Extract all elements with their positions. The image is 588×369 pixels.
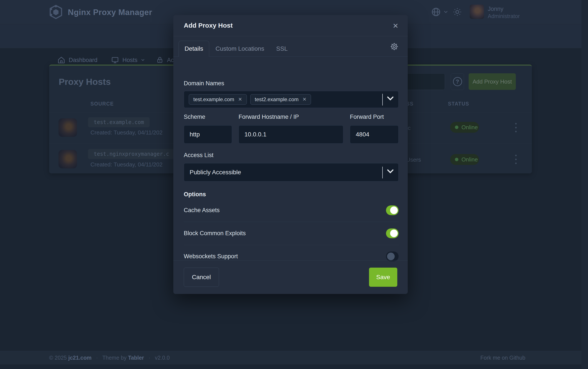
lock-icon xyxy=(156,56,164,64)
status-badge: Online xyxy=(450,154,479,165)
domain-names-input[interactable]: test.example.com ✕ test2.example.com ✕ xyxy=(184,91,399,108)
user-name: Jonny xyxy=(488,6,503,12)
forward-hostname-input[interactable]: 10.0.0.1 xyxy=(239,125,343,144)
row-menu-button[interactable] xyxy=(514,123,518,132)
user-avatar[interactable] xyxy=(470,5,484,19)
access-list-label: Access List xyxy=(184,152,214,159)
scheme-label: Scheme xyxy=(184,113,205,120)
cancel-button[interactable]: Cancel xyxy=(184,268,219,287)
domain-tag: test.example.com ✕ xyxy=(189,94,247,105)
add-proxy-host-button[interactable]: Add Proxy Host xyxy=(468,73,516,90)
footer-link-jc21[interactable]: jc21.com xyxy=(68,355,91,361)
scheme-input[interactable]: http xyxy=(184,125,232,144)
monitor-icon xyxy=(111,56,119,64)
divider xyxy=(382,94,383,105)
created-label: Created: Tuesday, 04/11/202 xyxy=(90,129,163,136)
tab-details[interactable]: Details xyxy=(179,41,209,57)
websockets-support-toggle[interactable] xyxy=(386,252,399,261)
source-badge: test.example.com xyxy=(88,117,149,127)
remove-tag-icon[interactable]: ✕ xyxy=(238,97,242,102)
language-menu[interactable] xyxy=(431,7,448,17)
cache-assets-toggle[interactable] xyxy=(386,205,399,215)
app-title: Nginx Proxy Manager xyxy=(68,8,152,17)
forward-port-label: Forward Port xyxy=(350,113,384,120)
footer-version: v2.0.0 xyxy=(155,355,169,361)
page-title: Proxy Hosts xyxy=(59,77,111,87)
access-list-cell: c xyxy=(408,125,410,131)
scrollbar[interactable] xyxy=(581,0,588,369)
domain-tag: test2.example.com ✕ xyxy=(250,94,311,105)
sun-icon xyxy=(453,7,462,17)
globe-icon xyxy=(431,7,441,17)
owner-avatar xyxy=(59,118,77,137)
chevron-down-icon xyxy=(387,169,394,174)
nav-item-access-lists[interactable]: Ac xyxy=(156,55,174,65)
status-dot-icon xyxy=(455,125,458,129)
option-row-cache-assets: Cache Assets xyxy=(184,199,399,222)
nav-item-hosts[interactable]: Hosts xyxy=(111,55,145,65)
app-root: Nginx Proxy Manager Jonny Administrator xyxy=(0,0,588,369)
save-button[interactable]: Save xyxy=(369,268,397,287)
option-row-block-exploits: Block Common Exploits xyxy=(184,222,399,245)
source-badge: test.nginxproxymanager.c xyxy=(88,149,175,159)
created-label: Created: Tuesday, 04/11/202 xyxy=(90,161,163,168)
block-common-exploits-toggle[interactable] xyxy=(386,228,399,238)
owner-avatar xyxy=(59,150,77,168)
access-list-select[interactable]: Publicly Accessible xyxy=(184,163,399,182)
row-menu-button[interactable] xyxy=(514,155,518,164)
access-list-cell: Users xyxy=(406,156,421,163)
nav-item-dashboard[interactable]: Dashboard xyxy=(57,55,97,65)
modal-title: Add Proxy Host xyxy=(184,22,233,29)
remove-tag-icon[interactable]: ✕ xyxy=(302,97,306,102)
divider xyxy=(382,167,383,178)
status-dot-icon xyxy=(455,158,458,161)
status-badge: Online xyxy=(450,122,479,133)
options-heading: Options xyxy=(184,191,206,198)
tab-custom-locations[interactable]: Custom Locations xyxy=(216,41,264,57)
footer-link-github[interactable]: Fork me on Github xyxy=(480,355,525,361)
forward-port-input[interactable]: 4804 xyxy=(350,125,399,144)
home-icon xyxy=(57,56,65,64)
footer-credits: © 2025 jc21.com · Theme by Tabler · v2.0… xyxy=(49,355,169,361)
nginx-proxy-manager-logo-icon xyxy=(49,5,63,19)
theme-toggle[interactable] xyxy=(453,7,462,17)
chevron-down-icon xyxy=(141,59,145,61)
close-icon[interactable]: ✕ xyxy=(391,21,400,31)
user-role: Administrator xyxy=(488,13,520,19)
column-header-source: SOURCE xyxy=(90,101,114,107)
footer-link-tabler[interactable]: Tabler xyxy=(128,355,144,361)
column-header-status: STATUS xyxy=(448,101,469,107)
page-footer: © 2025 jc21.com · Theme by Tabler · v2.0… xyxy=(0,351,581,364)
modal-header: Add Proxy Host ✕ xyxy=(173,15,408,36)
help-icon: ? xyxy=(453,77,462,86)
chevron-down-icon xyxy=(444,10,448,13)
modal-tabbar: Details Custom Locations SSL xyxy=(173,37,408,57)
gear-icon[interactable] xyxy=(390,42,399,51)
help-button[interactable]: ? xyxy=(451,73,464,90)
domain-names-label: Domain Names xyxy=(184,80,224,87)
chevron-down-icon[interactable] xyxy=(387,96,394,101)
tab-ssl[interactable]: SSL xyxy=(276,41,288,57)
add-proxy-host-modal: Add Proxy Host ✕ Details Custom Location… xyxy=(173,15,408,294)
modal-footer: Cancel Save xyxy=(173,260,408,294)
forward-hostname-label: Forward Hostname / IP xyxy=(239,113,299,120)
forward-fields-inputs: http 10.0.0.1 4804 xyxy=(184,125,399,144)
